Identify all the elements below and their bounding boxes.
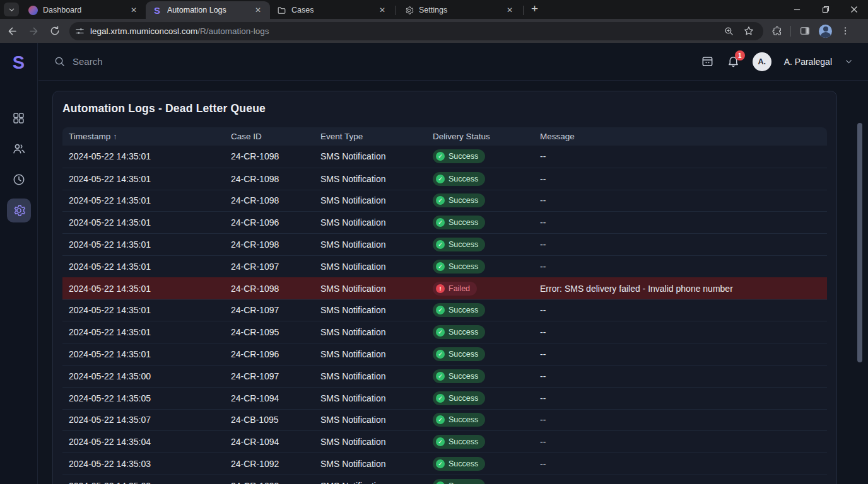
reload-button[interactable] [45, 21, 64, 40]
status-badge: Success [449, 240, 478, 249]
table-row[interactable]: 2024-05-22 14:35:02 24-CR-1093 SMS Notif… [62, 475, 827, 484]
event-type-cell: SMS Notification [314, 195, 426, 205]
message-cell: -- [534, 151, 827, 161]
bookmark-star-icon[interactable] [743, 25, 754, 37]
table-row[interactable]: 2024-05-22 14:35:01 24-CR-1096 SMS Notif… [62, 211, 827, 233]
close-icon[interactable]: ✕ [252, 4, 264, 16]
table-row[interactable]: 2024-05-22 14:35:01 24-CR-1098 SMS Notif… [62, 146, 827, 168]
forward-button[interactable] [24, 21, 43, 40]
browser-tab-strip: Dashboard ✕ S Automation Logs ✕ Cases ✕ … [0, 0, 868, 19]
side-panel-icon[interactable] [799, 25, 811, 37]
search-icon [54, 55, 66, 67]
table-row[interactable]: 2024-05-22 14:35:07 24-CB-1095 SMS Notif… [62, 409, 827, 431]
page-scrollbar-thumb[interactable] [857, 123, 862, 362]
status-dot-icon: ✓ [436, 437, 445, 446]
column-header-event-type[interactable]: Event Type [314, 132, 426, 141]
tab-cases[interactable]: Cases ✕ [270, 1, 394, 19]
status-badge: Success [449, 372, 478, 381]
notification-count-badge: 1 [735, 50, 745, 60]
calendar-icon[interactable] [701, 55, 714, 68]
site-info-icon[interactable] [74, 26, 85, 37]
close-icon[interactable]: ✕ [128, 4, 139, 16]
browser-profile-avatar[interactable] [819, 25, 832, 38]
chevron-down-icon [8, 6, 15, 13]
table-row[interactable]: 2024-05-22 14:35:01 24-CR-1098 SMS Notif… [62, 277, 827, 299]
status-badge: Success [449, 152, 478, 161]
event-type-cell: SMS Notification [314, 262, 426, 272]
automation-gear-icon [12, 204, 26, 217]
status-badge: Success [449, 350, 478, 359]
tab-settings[interactable]: Settings ✕ [397, 1, 522, 19]
close-icon[interactable]: ✕ [377, 4, 388, 16]
close-window-button[interactable] [840, 0, 868, 19]
tab-label: Automation Logs [167, 6, 247, 14]
users-icon [12, 142, 26, 156]
browser-toolbar: legal.xrtm.mumiconcosl.com/R/automation-… [0, 19, 868, 43]
minimize-button[interactable] [783, 0, 811, 19]
toolbar-divider [790, 26, 791, 37]
status-dot-icon: ✓ [436, 262, 445, 271]
status-badge: Success [449, 196, 478, 205]
timestamp-cell: 2024-05-22 14:35:01 [62, 195, 225, 205]
table-row[interactable]: 2024-05-22 14:35:01 24-CR-1098 SMS Notif… [62, 168, 827, 190]
notifications-button[interactable]: 1 [727, 55, 740, 68]
status-dot-icon: ✓ [436, 459, 445, 468]
browser-menu-kebab-icon[interactable] [840, 26, 850, 36]
global-search[interactable] [54, 55, 701, 67]
sidebar-item-dashboard[interactable] [7, 106, 31, 130]
user-menu-chevron-icon[interactable] [845, 57, 853, 66]
tab-automation-logs[interactable]: S Automation Logs ✕ [146, 1, 270, 19]
case-id-cell: 24-CR-1097 [225, 305, 314, 315]
table-row[interactable]: 2024-05-22 14:35:03 24-CR-1092 SMS Notif… [62, 452, 827, 475]
column-header-case-id[interactable]: Case ID [225, 132, 314, 141]
app-header: 1 A. A. Paralegal [38, 43, 868, 81]
column-header-delivery-status[interactable]: Delivery Status [426, 132, 534, 141]
column-header-timestamp[interactable]: Timestamp↑ [62, 132, 225, 141]
message-cell: -- [534, 262, 827, 272]
address-bar[interactable]: legal.xrtm.mumiconcosl.com/R/automation-… [69, 22, 763, 40]
message-cell: -- [534, 437, 827, 447]
timestamp-cell: 2024-05-22 14:35:04 [62, 437, 225, 447]
delivery-status-cell: ✓Success [426, 457, 534, 471]
timestamp-cell: 2024-05-22 14:35:01 [62, 262, 225, 272]
column-header-message[interactable]: Message [534, 132, 827, 141]
table-row[interactable]: 2024-05-22 14:35:01 24-CR-1096 SMS Notif… [62, 343, 827, 365]
table-row[interactable]: 2024-05-22 14:35:00 24-CR-1097 SMS Notif… [62, 365, 827, 387]
table-row[interactable]: 2024-05-22 14:35:04 24-CR-1094 SMS Notif… [62, 430, 827, 452]
table-row[interactable]: 2024-05-22 14:35:01 24-CR-1097 SMS Notif… [62, 255, 827, 277]
status-badge: Success [449, 262, 478, 271]
message-cell: -- [534, 393, 827, 403]
message-cell: -- [534, 305, 827, 315]
table-row[interactable]: 2024-05-22 14:35:01 24-CR-1098 SMS Notif… [62, 233, 827, 255]
status-dot-icon: ✓ [436, 415, 445, 424]
extensions-puzzle-icon[interactable] [771, 25, 782, 37]
message-cell: -- [534, 239, 827, 250]
back-button[interactable] [3, 21, 21, 40]
close-icon[interactable]: ✕ [504, 4, 515, 16]
zoom-search-icon[interactable] [724, 26, 734, 37]
sidebar-item-clients[interactable] [7, 137, 31, 161]
tab-label: Dashboard [43, 6, 123, 14]
tab-separator [523, 6, 524, 15]
event-type-cell: SMS Notification [314, 393, 426, 403]
event-type-cell: SMS Notification [314, 327, 426, 337]
table-row[interactable]: 2024-05-22 14:35:05 24-CR-1094 SMS Notif… [62, 387, 827, 409]
timestamp-cell: 2024-05-22 14:35:00 [62, 371, 225, 381]
message-cell: -- [534, 349, 827, 359]
sidebar-item-automation[interactable] [7, 199, 31, 222]
status-badge: Failed [449, 284, 470, 293]
tab-search-button[interactable] [4, 3, 19, 16]
sidebar-item-history[interactable] [7, 168, 31, 192]
case-id-cell: 24-CB-1095 [225, 415, 314, 425]
new-tab-button[interactable]: + [531, 2, 538, 16]
message-cell: Error: SMS delivery failed - Invalid pho… [534, 284, 827, 294]
table-row[interactable]: 2024-05-22 14:35:01 24-CR-1098 SMS Notif… [62, 190, 827, 212]
search-input[interactable] [73, 56, 337, 67]
table-row[interactable]: 2024-05-22 14:35:01 24-CR-1095 SMS Notif… [62, 321, 827, 343]
timestamp-cell: 2024-05-22 14:35:01 [62, 151, 225, 161]
restore-button[interactable] [811, 0, 840, 19]
user-avatar[interactable]: A. [753, 52, 771, 71]
sort-ascending-icon: ↑ [113, 132, 117, 141]
tab-dashboard[interactable]: Dashboard ✕ [21, 1, 146, 19]
table-row[interactable]: 2024-05-22 14:35:01 24-CR-1097 SMS Notif… [62, 299, 827, 321]
